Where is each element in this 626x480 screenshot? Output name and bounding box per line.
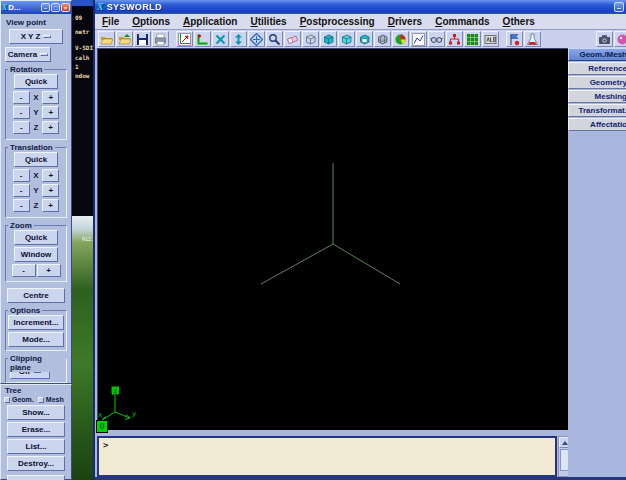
hierarchy-tree-icon[interactable] [446,31,463,47]
menu-drivers[interactable]: Drivers [388,16,422,27]
context-button-reference[interactable]: Reference [568,62,626,75]
command-input-area[interactable]: > [97,436,557,477]
clipping-plane-group: Clipping plane Off [5,358,67,383]
dialog-title-bar[interactable]: X D... – □ × [1,1,71,14]
rotate-z-plus-button[interactable]: + [42,121,59,134]
pan-icon[interactable] [248,31,265,47]
material-sphere-icon[interactable] [392,31,409,47]
glasses-icon[interactable] [428,31,445,47]
rotate-y-plus-button[interactable]: + [42,106,59,119]
clipping-group-title: Clipping plane [8,354,66,372]
translate-x-minus-button[interactable]: - [13,169,30,182]
menu-others[interactable]: Others [503,16,535,27]
translate-x-plus-button[interactable]: + [42,169,59,182]
palette-icon[interactable] [614,31,626,47]
translate-y-minus-button[interactable]: - [13,184,30,197]
shaded-cube-light-icon[interactable] [338,31,355,47]
menu-commands[interactable]: Commands [435,16,489,27]
command-prompt: > [103,440,108,450]
curve-chart-icon[interactable] [410,31,427,47]
save-icon[interactable] [134,31,151,47]
minimize-button[interactable]: – [614,2,624,12]
fit-view-icon[interactable] [212,31,229,47]
green-grid-icon[interactable] [464,31,481,47]
rotate-x-plus-button[interactable]: + [42,91,59,104]
open-model-icon[interactable] [116,31,133,47]
context-button-meshing[interactable]: Meshing [568,90,626,103]
mesh-checkbox[interactable] [38,397,44,403]
flask-icon[interactable] [524,31,541,47]
translation-x-row: - X + [9,169,63,182]
rotate-x-minus-button[interactable]: - [13,91,30,104]
tree-list-button[interactable]: List... [7,439,65,454]
axis-label: Z [34,201,39,210]
translation-y-row: - Y + [9,184,63,197]
labels-icon[interactable] [482,31,499,47]
terminal-line: calh [75,54,89,61]
up-arrow-icon [562,441,568,445]
background-terminal: 09 netr V-SDI calh 1 ndow [70,6,95,216]
tree-show-button[interactable]: Show... [7,405,65,420]
local-axes-icon[interactable] [194,31,211,47]
shaded-cube-marked-icon[interactable] [356,31,373,47]
camera-button[interactable]: Camera [5,47,51,62]
menu-options[interactable]: Options [132,16,170,27]
menu-file[interactable]: File [102,16,119,27]
context-button-geometry[interactable]: Geometry [568,76,626,89]
translate-z-minus-button[interactable]: - [13,199,30,212]
menu-bar: File Options Application Utilities Postp… [95,14,626,30]
rotate-z-minus-button[interactable]: - [13,121,30,134]
graphics-viewport[interactable]: z x y [97,48,568,430]
rotate-y-minus-button[interactable]: - [13,106,30,119]
context-button-affectation[interactable]: Affectatio [568,118,626,131]
dialog-close-icon[interactable]: × [61,3,70,12]
geom-checkbox[interactable] [4,397,10,403]
context-button-transformation[interactable]: Transformat. [568,104,626,117]
terminal-line: netr [75,28,89,35]
fit-vertical-icon[interactable] [230,31,247,47]
toolbar [95,30,626,48]
wire-cube-icon[interactable] [302,31,319,47]
axis-triad: z x y [98,49,569,431]
view-point-label: View point [6,18,67,27]
zoom-window-button[interactable]: Window [14,247,58,262]
increment-button[interactable]: Increment... [8,315,64,330]
mesh-cube-icon[interactable] [374,31,391,47]
translate-z-plus-button[interactable]: + [42,199,59,212]
tree-erase-button[interactable]: Erase... [7,422,65,437]
open-icon[interactable] [98,31,115,47]
options-group: Options Increment... Mode... [5,310,67,351]
camera-icon[interactable] [596,31,613,47]
zoom-icon[interactable] [266,31,283,47]
translation-quick-button[interactable]: Quick [14,152,58,167]
title-bar[interactable]: X SYSWORLD – [95,0,626,14]
zoom-in-button[interactable]: + [37,264,61,277]
axis-label: Y [33,108,38,117]
flags-icon[interactable] [506,31,523,47]
context-button-geom-mesh[interactable]: Geom./Mesh [568,48,626,61]
option-menu-indicator [43,35,51,38]
y-axis-label: y [132,410,136,418]
mode-button[interactable]: Mode... [8,332,64,347]
centre-button[interactable]: Centre [7,288,65,303]
plot-axes-icon[interactable] [176,31,193,47]
shaded-cube-icon[interactable] [320,31,337,47]
menu-application[interactable]: Application [183,16,237,27]
rotation-quick-button[interactable]: Quick [14,74,58,89]
menu-utilities[interactable]: Utilities [250,16,286,27]
dialog-maximize-button[interactable]: □ [51,3,60,12]
zoom-group-title: Zoom [8,221,34,230]
tree-destroy-button[interactable]: Destroy... [7,456,65,471]
axis-label: X [33,171,38,180]
terminal-line: 09 [75,14,82,21]
erase-icon[interactable] [284,31,301,47]
tree-close-button[interactable]: Close [7,475,65,480]
zoom-out-button[interactable]: - [12,264,36,277]
print-icon[interactable] [152,31,169,47]
zoom-quick-button[interactable]: Quick [14,230,58,245]
xyz-viewpoint-button[interactable]: X Y Z [9,29,63,44]
dialog-minimize-button[interactable]: – [41,3,50,12]
translate-y-plus-button[interactable]: + [42,184,59,197]
menu-postprocessing[interactable]: Postprocessing [300,16,375,27]
rotation-x-row: - X + [9,91,63,104]
